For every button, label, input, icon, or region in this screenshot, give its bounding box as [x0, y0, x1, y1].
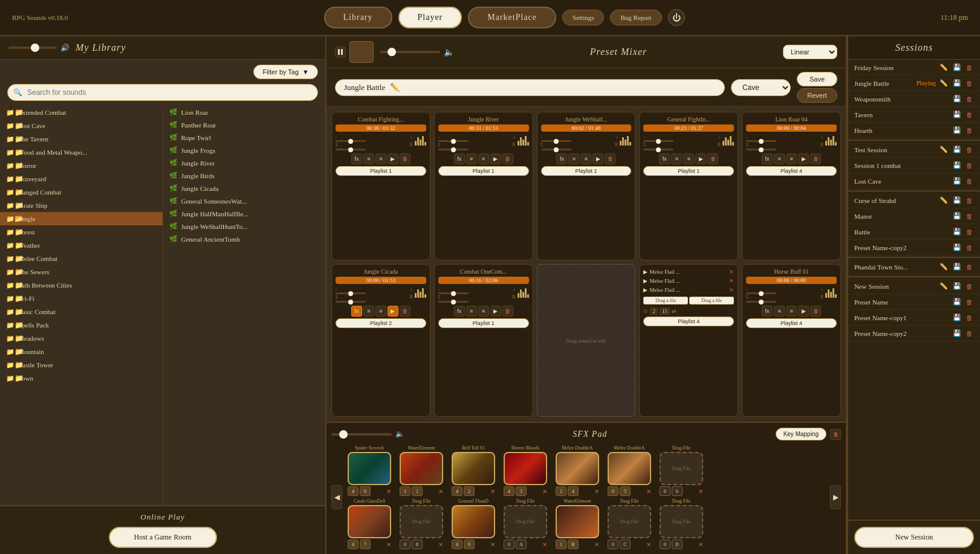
sfx-thumbnail[interactable] — [348, 505, 391, 538]
sfx-delete-icon[interactable]: ✕ — [594, 541, 599, 548]
library-item[interactable]: 📁Horror — [0, 159, 163, 172]
sfx-drag-target[interactable]: Drag File — [504, 505, 547, 538]
session-item[interactable]: Lost Cave 💾🗑 — [848, 173, 980, 189]
card-eq-button[interactable]: ≡ — [671, 153, 682, 164]
preset-mixer-volume[interactable]: 🔈 — [380, 47, 454, 57]
delete-icon[interactable]: ✕ — [729, 278, 734, 284]
sfx-drag-target[interactable]: Drag File — [608, 505, 651, 538]
preset-volume-slider[interactable] — [380, 51, 440, 53]
card-eq2-button[interactable]: ≡ — [786, 306, 797, 317]
session-save-button[interactable]: 💾 — [952, 243, 962, 252]
library-item[interactable]: 📁Lost Cave — [0, 119, 163, 132]
sfx-delete-button[interactable]: 🗑 — [830, 429, 841, 440]
session-delete-button[interactable]: 🗑 — [965, 111, 974, 119]
session-save-button[interactable]: 💾 — [952, 262, 962, 271]
delete-icon[interactable]: ✕ — [729, 287, 734, 293]
session-item[interactable]: Preset Name-copy2 💾🗑 — [848, 240, 980, 256]
sfx-key-1[interactable]: 1 — [556, 540, 566, 549]
sfx-key-1[interactable]: 0 — [400, 540, 410, 549]
session-save-button[interactable]: 💾 — [952, 110, 962, 119]
sfx-key-1[interactable]: 0 — [608, 486, 618, 496]
session-save-button[interactable]: 💾 — [952, 227, 962, 236]
card-eq2-button[interactable]: ≡ — [478, 306, 489, 317]
library-volume-control[interactable]: 🔊 — [8, 43, 70, 53]
tab-library[interactable]: Library — [324, 7, 392, 28]
card-play-button[interactable]: ▶ — [798, 306, 809, 317]
sfx-key-2[interactable]: 2 — [464, 486, 475, 496]
session-delete-button[interactable]: 🗑 — [965, 95, 974, 103]
sfx-drag-target[interactable]: Drag File — [400, 505, 443, 538]
pause-button[interactable] — [335, 47, 346, 57]
sfx-key-1[interactable]: 0 — [504, 540, 514, 549]
sfx-key-1[interactable]: 4 — [452, 540, 462, 549]
volume-slider[interactable] — [438, 292, 469, 294]
card-delete-button[interactable]: 🗑 — [810, 153, 821, 164]
session-delete-button[interactable]: 🗑 — [965, 212, 974, 221]
sfx-next-button[interactable]: ▶ — [830, 485, 841, 509]
card-eq-button[interactable]: ≡ — [466, 153, 477, 164]
sfx-delete-icon[interactable]: ✕ — [698, 488, 703, 495]
library-item[interactable]: 📁Ranged Combat — [0, 185, 163, 199]
key-mapping-button[interactable]: Key Mapping — [776, 428, 826, 440]
sfx-key-2[interactable]: 8 — [412, 540, 423, 549]
sfx-key-2[interactable]: 6 — [672, 486, 683, 496]
session-delete-button[interactable]: 🗑 — [965, 228, 974, 236]
library-item[interactable]: 📁Meadows — [0, 332, 163, 345]
session-delete-button[interactable]: 🗑 — [965, 79, 974, 88]
filter-by-tag-button[interactable]: Filter by Tag ▼ — [253, 65, 318, 79]
pan-slider[interactable] — [336, 301, 366, 303]
card-eq2-button[interactable]: ≡ — [580, 153, 591, 164]
search-input[interactable] — [7, 84, 318, 101]
library-item[interactable]: 📁Graveyard — [0, 172, 163, 185]
card-delete-button[interactable]: 🗑 — [810, 306, 821, 317]
sfx-thumbnail[interactable] — [400, 452, 443, 485]
host-game-room-button[interactable]: Host a Game Room — [109, 527, 217, 548]
library-item[interactable]: 📁Melee Combat — [0, 252, 163, 265]
pan-slider[interactable] — [746, 301, 776, 303]
tab-settings[interactable]: Settings — [562, 10, 604, 25]
library-item[interactable]: 📁Sci-Fi — [0, 292, 163, 305]
sfx-delete-icon[interactable]: ✕ — [386, 488, 391, 495]
session-edit-button[interactable]: ✏️ — [938, 63, 949, 72]
card-play-button[interactable]: ▶ — [490, 306, 501, 317]
library-item[interactable]: 📁Basic Combat — [0, 305, 163, 318]
card-eq-button[interactable]: ≡ — [466, 306, 477, 317]
card-fx-button[interactable]: fx — [556, 153, 567, 164]
card-delete-button[interactable]: 🗑 — [502, 153, 513, 164]
card-play-button[interactable]: ▶ — [592, 153, 603, 164]
library-volume-slider[interactable] — [8, 47, 57, 49]
session-item[interactable]: Weaponsmith 💾🗑 — [848, 91, 980, 107]
library-item[interactable]: 📁Wood and Metal Weapo... — [0, 146, 163, 159]
library-item[interactable]: 🌿Lion Roar — [163, 106, 326, 118]
card-eq2-button[interactable]: ≡ — [375, 153, 386, 164]
library-item[interactable]: 📁Pirate Ship — [0, 199, 163, 212]
pan-slider[interactable] — [541, 149, 571, 150]
session-item[interactable]: New Session ✏️💾🗑 — [848, 279, 980, 294]
volume-slider[interactable] — [643, 140, 673, 142]
card-eq-button[interactable]: ≡ — [774, 306, 785, 317]
pan-slider[interactable] — [336, 149, 366, 150]
tab-player[interactable]: Player — [398, 7, 462, 28]
session-delete-button[interactable]: 🗑 — [965, 298, 974, 306]
playlist-button[interactable]: Playlist 4 — [746, 318, 837, 328]
card-eq2-button[interactable]: ≡ — [375, 306, 386, 317]
card-eq-button[interactable]: ≡ — [774, 153, 785, 164]
card-play-button[interactable]: ▶ — [388, 153, 398, 164]
sfx-key-2[interactable]: D — [672, 540, 683, 549]
card-eq2-button[interactable]: ≡ — [683, 153, 694, 164]
sfx-thumbnail[interactable] — [556, 505, 599, 538]
new-session-button[interactable]: New Session — [854, 527, 974, 548]
library-item[interactable]: 🌿General AncientTomb — [163, 233, 326, 245]
sfx-delete-icon[interactable]: ✕ — [646, 541, 651, 548]
library-item[interactable]: 🌿Jungle HalfManHalfBe... — [163, 207, 326, 220]
library-item[interactable]: 🌿Jungle WeShallHuntTo... — [163, 220, 326, 233]
session-item[interactable]: Hearth 💾🗑 — [848, 123, 980, 138]
sfx-key-1[interactable]: 4 — [452, 486, 462, 496]
sfx-delete-icon[interactable]: ✕ — [490, 488, 495, 495]
library-item[interactable]: 📁Path Between Cities — [0, 279, 163, 292]
sfx-key-2[interactable]: 4 — [568, 486, 579, 496]
sfx-thumbnail[interactable] — [348, 452, 391, 485]
play-icon[interactable]: ▶ — [643, 278, 647, 284]
card-play-button[interactable]: ▶ — [388, 306, 398, 317]
sfx-thumbnail[interactable] — [452, 505, 495, 538]
